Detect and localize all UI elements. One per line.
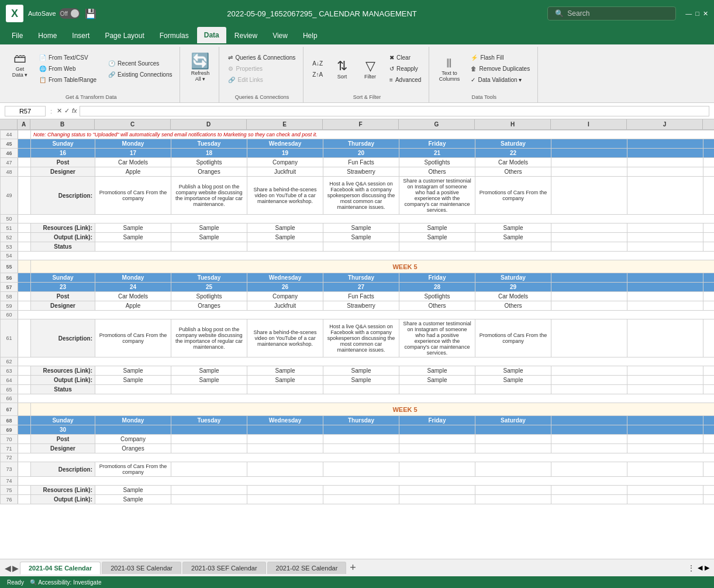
- spreadsheet-container: A B C D E F G H I J K L: [0, 119, 714, 559]
- formula-divider: :: [48, 108, 54, 115]
- table-row: 49 Description: Promotions of Cars From …: [1, 177, 715, 215]
- sheet-tab-2021-03-sef[interactable]: 2021-03 SEF Calendar: [182, 562, 266, 574]
- menu-review[interactable]: Review: [227, 27, 264, 44]
- formula-confirm-icon[interactable]: ✓: [64, 107, 70, 115]
- minimize-icon[interactable]: —: [685, 10, 692, 18]
- text-to-columns-button[interactable]: ⫴ Text toColumns: [434, 51, 464, 87]
- table-row: 72: [1, 453, 715, 462]
- maximize-icon[interactable]: □: [695, 10, 699, 18]
- get-data-button[interactable]: 🗃 GetData ▾: [6, 47, 34, 82]
- queries-icon: ⇌: [228, 54, 233, 61]
- column-headers: A B C D E F G H I J K L: [0, 119, 714, 130]
- col-header-g: G: [399, 119, 475, 129]
- table-row: 67 WEEK 5: [1, 403, 715, 416]
- sheet-nav-next[interactable]: ▶: [12, 563, 19, 573]
- table-row: 64 Output (Link): Sample Sample Sample S…: [1, 376, 715, 385]
- reapply-icon: ↺: [389, 66, 394, 72]
- flash-fill-button[interactable]: ⚡ Flash Fill: [467, 53, 534, 63]
- accessibility-status: 🔍 Accessibility: Investigate: [30, 579, 102, 586]
- col-header-f: F: [323, 119, 399, 129]
- clear-label: Clear: [396, 54, 411, 61]
- advanced-button[interactable]: ≡ Advanced: [385, 75, 425, 85]
- scroll-left-icon[interactable]: ◀: [698, 564, 702, 572]
- filter-button[interactable]: ▽ Filter: [357, 51, 383, 87]
- filter-icon: ▽: [365, 59, 375, 74]
- cell-reference-box[interactable]: [5, 106, 46, 116]
- sort-za-button[interactable]: Z↑A: [308, 70, 327, 80]
- sort-filter-label: Sort & Filter: [308, 92, 425, 100]
- ready-status: Ready: [7, 579, 24, 586]
- menu-formulas[interactable]: Formulas: [153, 27, 196, 44]
- formula-fx-icon[interactable]: fx: [72, 107, 77, 115]
- menu-view[interactable]: View: [265, 27, 295, 44]
- autosave-toggle[interactable]: Off: [59, 8, 80, 19]
- sheet-tab-2021-03-se[interactable]: 2021-03 SE Calendar: [102, 562, 181, 574]
- scroll-right-icon[interactable]: ▶: [705, 564, 709, 572]
- ribbon-group-queries: ⇌ Queries & Connections ⚙ Properties 🔗 E…: [220, 47, 303, 102]
- add-sheet-button[interactable]: +: [350, 562, 356, 574]
- table-icon: 📋: [39, 77, 46, 83]
- existing-connections-button[interactable]: 🔗 Existing Connections: [104, 70, 176, 80]
- ribbon-group-get-transform: 🗃 GetData ▾ 📄 From Text/CSV 🌐 From Web 📋…: [2, 47, 180, 102]
- week5b-label: WEEK 5: [31, 403, 715, 416]
- queries-connections-button[interactable]: ⇌ Queries & Connections: [224, 53, 299, 63]
- close-icon[interactable]: ✕: [703, 10, 708, 18]
- table-row: 65 Status: [1, 385, 715, 394]
- search-bar[interactable]: 🔍 Search: [547, 6, 676, 20]
- menu-file[interactable]: File: [5, 27, 30, 44]
- from-table-range-button[interactable]: 📋 From Table/Range: [35, 75, 101, 85]
- menu-data[interactable]: Data: [197, 27, 226, 44]
- web-icon: 🌐: [39, 66, 46, 72]
- search-placeholder: Search: [567, 9, 589, 18]
- sheet-nav-prev[interactable]: ◀: [5, 563, 11, 573]
- properties-button[interactable]: ⚙ Properties: [224, 64, 299, 74]
- menu-page-layout[interactable]: Page Layout: [98, 27, 151, 44]
- from-text-csv-label: From Text/CSV: [49, 54, 88, 61]
- connections-icon: 🔗: [108, 71, 115, 78]
- table-row: 54: [1, 252, 715, 260]
- table-row: 58 Post Car Models Spotlights Company Fu…: [1, 292, 715, 301]
- recent-sources-button[interactable]: 🕐 Recent Sources: [104, 59, 176, 68]
- table-row: 52 Output (Link): Sample Sample Sample S…: [1, 233, 715, 242]
- table-row: 55 WEEK 5: [1, 260, 715, 273]
- clear-button[interactable]: ✖ Clear: [385, 53, 425, 63]
- from-text-csv-button[interactable]: 📄 From Text/CSV: [35, 53, 101, 63]
- table-row: 44 Note: Changing status to "Uploaded" w…: [1, 130, 715, 139]
- table-row: 74: [1, 477, 715, 486]
- day-header-thursday: Thursday: [323, 139, 399, 149]
- table-row: 48 Designer Apple Oranges Juckfruit Stra…: [1, 167, 715, 177]
- menu-home[interactable]: Home: [31, 27, 64, 44]
- data-tools-label: Data Tools: [434, 92, 534, 100]
- file-title: 2022-05-09_1652067295_ CALENDAR MANAGEME…: [101, 9, 543, 18]
- remove-dup-icon: 🗑: [471, 66, 477, 72]
- reapply-button[interactable]: ↺ Reapply: [385, 64, 425, 74]
- save-icon[interactable]: 💾: [85, 8, 96, 19]
- day-header-saturday: Saturday: [475, 139, 551, 149]
- formula-input[interactable]: [80, 106, 709, 116]
- menu-help[interactable]: Help: [296, 27, 325, 44]
- remove-duplicates-button[interactable]: 🗑 Remove Duplicates: [467, 64, 534, 74]
- text-columns-icon: ⫴: [446, 56, 452, 70]
- refresh-all-button[interactable]: 🔄 RefreshAll ▾: [185, 47, 215, 87]
- remove-duplicates-label: Remove Duplicates: [479, 66, 530, 72]
- from-web-button[interactable]: 🌐 From Web: [35, 64, 101, 74]
- menu-insert[interactable]: Insert: [65, 27, 96, 44]
- week5-label: WEEK 5: [31, 260, 715, 273]
- properties-label: Properties: [236, 66, 263, 72]
- col-header-j: J: [627, 119, 703, 129]
- data-validation-button[interactable]: ✓ Data Validation ▾: [467, 75, 534, 85]
- sheet-tab-2021-04-se[interactable]: 2021-04 SE Calendar: [20, 562, 101, 575]
- ribbon-group-data-tools: ⫴ Text toColumns ⚡ Flash Fill 🗑 Remove D…: [430, 47, 538, 102]
- col-header-d: D: [171, 119, 247, 129]
- sheet-options-icon[interactable]: ⋮: [687, 563, 695, 573]
- sheet-tab-2021-02-se[interactable]: 2021-02 SE Calendar: [267, 562, 347, 574]
- status-bar: Ready 🔍 Accessibility: Investigate: [0, 576, 714, 588]
- advanced-label: Advanced: [395, 77, 421, 83]
- advanced-icon: ≡: [389, 77, 393, 83]
- sort-button[interactable]: ⇅ Sort: [329, 51, 355, 87]
- sort-az-button[interactable]: A↓Z: [308, 59, 327, 68]
- edit-links-button[interactable]: 🔗 Edit Links: [224, 75, 299, 85]
- table-row: 45 Sunday Monday Tuesday Wednesday Thurs…: [1, 139, 715, 149]
- formula-cancel-icon[interactable]: ✕: [57, 107, 62, 115]
- col-header-b: B: [30, 119, 95, 129]
